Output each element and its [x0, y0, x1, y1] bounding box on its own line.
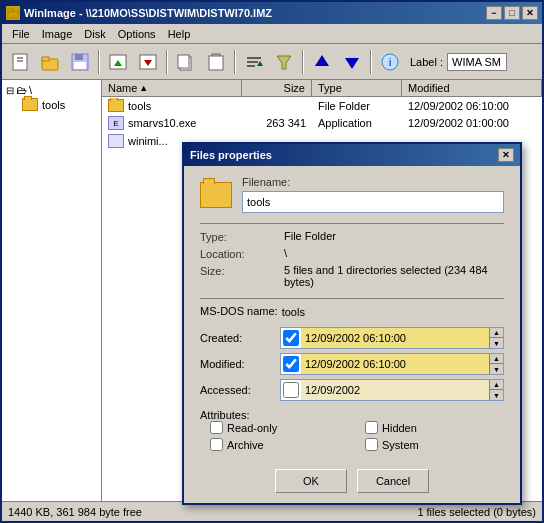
props-grid: Type: File Folder Location: \ Size: 5 fi… — [200, 230, 504, 288]
modified-spin-up[interactable]: ▲ — [490, 354, 503, 364]
menu-help[interactable]: Help — [162, 26, 197, 42]
attr-system-label: System — [382, 439, 419, 451]
accessed-input[interactable] — [301, 380, 489, 400]
attr-readonly-checkbox[interactable] — [210, 421, 223, 434]
exe-icon: E — [108, 116, 124, 130]
created-spin-up[interactable]: ▲ — [490, 328, 503, 338]
dialog-body: Filename: Type: File Folder Location: \ … — [184, 166, 520, 503]
menu-disk[interactable]: Disk — [78, 26, 111, 42]
accessed-spin-up[interactable]: ▲ — [490, 380, 503, 390]
tree-item-tools[interactable]: tools — [6, 98, 97, 111]
inject-button[interactable] — [104, 48, 132, 76]
file-folder-icon — [108, 99, 124, 112]
location-value: \ — [284, 247, 504, 260]
up-button[interactable] — [308, 48, 336, 76]
toolbar-sep-1 — [98, 50, 100, 74]
attributes-label: Attributes: — [200, 409, 250, 421]
extract-button[interactable] — [134, 48, 162, 76]
svg-rect-8 — [75, 54, 83, 60]
accessed-spin-down[interactable]: ▼ — [490, 390, 503, 400]
accessed-row: Accessed: ▲ ▼ — [200, 379, 504, 401]
window-title: WinImage - \\210MO\SS\DISTWIM\DISTWI70.I… — [24, 7, 486, 19]
modified-input[interactable] — [301, 354, 489, 374]
window-controls: − □ ✕ — [486, 6, 538, 20]
accessed-label: Accessed: — [200, 384, 280, 396]
filename-section: Filename: — [200, 176, 504, 213]
created-checkbox[interactable] — [283, 330, 299, 346]
type-label: Type: — [200, 230, 280, 243]
menu-image[interactable]: Image — [36, 26, 79, 42]
menu-options[interactable]: Options — [112, 26, 162, 42]
tree-panel: ⊟ 🗁 \ tools — [2, 80, 102, 501]
tree-root: ⊟ 🗁 \ — [6, 84, 97, 96]
menu-file[interactable]: File — [6, 26, 36, 42]
img-icon — [108, 134, 124, 148]
created-row: Created: ▲ ▼ — [200, 327, 504, 349]
down-button[interactable] — [338, 48, 366, 76]
save-button[interactable] — [66, 48, 94, 76]
tree-item-label: tools — [42, 99, 65, 111]
paste-button[interactable] — [202, 48, 230, 76]
created-spin-down[interactable]: ▼ — [490, 338, 503, 348]
col-header-size[interactable]: Size — [242, 80, 312, 96]
files-properties-dialog: Files properties ✕ Filename: Type: File … — [182, 142, 522, 505]
modified-checkbox[interactable] — [283, 356, 299, 372]
toolbar: i Label : WIMA SM — [2, 44, 542, 80]
cancel-button[interactable]: Cancel — [357, 469, 429, 493]
svg-marker-23 — [315, 55, 329, 66]
ok-button[interactable]: OK — [275, 469, 347, 493]
table-row[interactable]: E smarvs10.exe 263 341 Application 12/09… — [102, 114, 542, 132]
label-value: WIMA SM — [447, 53, 507, 71]
divider-1 — [200, 223, 504, 224]
attributes-grid: Read-only Hidden Archive System — [200, 421, 504, 451]
created-input[interactable] — [301, 328, 489, 348]
attr-hidden-checkbox[interactable] — [365, 421, 378, 434]
new-button[interactable] — [6, 48, 34, 76]
attr-hidden-item: Hidden — [365, 421, 504, 434]
accessed-checkbox[interactable] — [283, 382, 299, 398]
attr-readonly-item: Read-only — [210, 421, 349, 434]
table-row[interactable]: tools File Folder 12/09/2002 06:10:00 — [102, 97, 542, 114]
col-header-type[interactable]: Type — [312, 80, 402, 96]
info-button[interactable]: i — [376, 48, 404, 76]
size-value: 5 files and 1 directories selected (234 … — [284, 264, 504, 288]
created-field: ▲ ▼ — [280, 327, 504, 349]
col-header-modified[interactable]: Modified — [402, 80, 542, 96]
tree-root-label[interactable]: \ — [29, 84, 32, 96]
open-button[interactable] — [36, 48, 64, 76]
status-right-text: 1 files selected (0 bytes) — [417, 506, 536, 518]
app-icon — [6, 6, 20, 20]
svg-marker-22 — [277, 56, 291, 69]
minimize-button[interactable]: − — [486, 6, 502, 20]
attr-readonly-label: Read-only — [227, 422, 277, 434]
filename-right: Filename: — [242, 176, 504, 213]
created-spinner: ▲ ▼ — [489, 328, 503, 348]
label-text: Label : — [410, 56, 443, 68]
divider-2 — [200, 298, 504, 299]
filename-input[interactable] — [242, 191, 504, 213]
type-value: File Folder — [284, 230, 504, 243]
svg-marker-24 — [345, 58, 359, 69]
svg-rect-2 — [13, 54, 27, 70]
modified-field: ▲ ▼ — [280, 353, 504, 375]
size-label: Size: — [200, 264, 280, 288]
maximize-button[interactable]: □ — [504, 6, 520, 20]
modified-spin-down[interactable]: ▼ — [490, 364, 503, 374]
close-button[interactable]: ✕ — [522, 6, 538, 20]
sort-button[interactable] — [240, 48, 268, 76]
dialog-title-bar: Files properties ✕ — [184, 144, 520, 166]
modified-row: Modified: ▲ ▼ — [200, 353, 504, 375]
filename-label: Filename: — [242, 176, 504, 188]
status-text: 1440 KB, 361 984 byte free — [8, 506, 142, 518]
copy-button[interactable] — [172, 48, 200, 76]
modified-label: Modified: — [200, 358, 280, 370]
col-header-name[interactable]: Name ▲ — [102, 80, 242, 96]
accessed-spinner: ▲ ▼ — [489, 380, 503, 400]
svg-rect-9 — [74, 62, 86, 69]
folder-icon — [22, 98, 38, 111]
attr-system-checkbox[interactable] — [365, 438, 378, 451]
filter-button[interactable] — [270, 48, 298, 76]
dialog-close-button[interactable]: ✕ — [498, 148, 514, 162]
attr-archive-label: Archive — [227, 439, 264, 451]
attr-archive-checkbox[interactable] — [210, 438, 223, 451]
